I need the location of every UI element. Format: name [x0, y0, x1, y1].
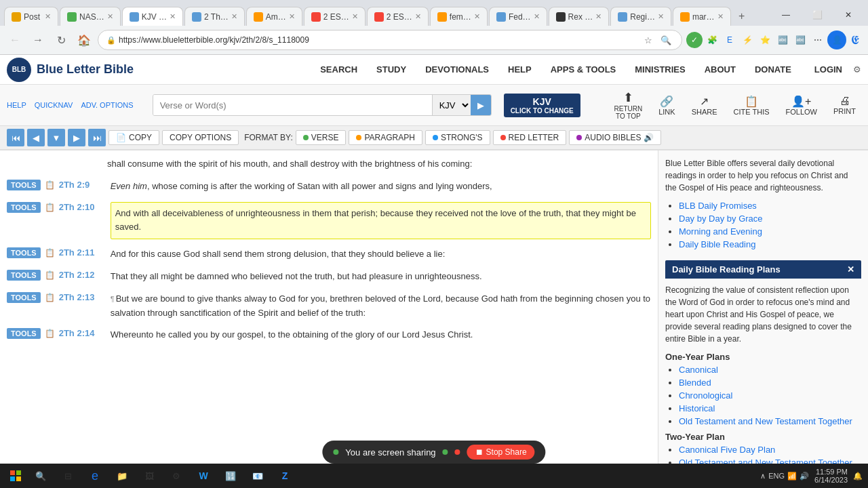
- maximize-button[interactable]: ⬜: [802, 4, 833, 26]
- tab-2es1[interactable]: 2 ES… ✕: [304, 7, 366, 26]
- tab-close-fem[interactable]: ✕: [471, 12, 480, 21]
- tab-close-2es2[interactable]: ✕: [412, 12, 421, 21]
- blb-daily-link[interactable]: BLB Daily Promises: [679, 201, 757, 211]
- verse-ref-2-12[interactable]: 2Th 2:12: [59, 270, 106, 280]
- tab-mar[interactable]: mar… ✕: [673, 7, 731, 26]
- copy-verse-2-14[interactable]: 📋: [45, 329, 55, 338]
- search-icon[interactable]: 🔍: [658, 33, 673, 47]
- ext-more-icon[interactable]: ⋯: [810, 32, 826, 48]
- home-button[interactable]: 🏠: [75, 30, 94, 49]
- tab-close-2th[interactable]: ✕: [229, 12, 237, 21]
- tray-wifi[interactable]: 📶: [787, 472, 797, 481]
- tools-button-2-12[interactable]: TOOLS: [7, 270, 41, 281]
- taskbar-photos[interactable]: 🖼: [137, 464, 161, 488]
- quicknav-label[interactable]: QUICKNAV: [35, 101, 73, 109]
- tools-button-2-9[interactable]: TOOLS: [7, 180, 41, 190]
- ext-icon-5[interactable]: 🔤: [774, 32, 791, 48]
- tray-lang[interactable]: ENG: [768, 472, 785, 480]
- canonical-link[interactable]: Canonical: [679, 365, 718, 375]
- tray-volume[interactable]: 🔊: [800, 472, 809, 481]
- tab-regi[interactable]: Regi… ✕: [610, 7, 671, 26]
- copy-verse-2-13[interactable]: 📋: [45, 293, 55, 302]
- back-button[interactable]: ←: [5, 30, 24, 49]
- paragraph-button[interactable]: PARAGRAPH: [349, 130, 422, 145]
- tab-fem[interactable]: fem… ✕: [430, 7, 488, 26]
- taskbar-zoom[interactable]: Z: [273, 464, 297, 488]
- nav-prev-button[interactable]: ◀: [27, 129, 45, 146]
- verse-ref-2-14[interactable]: 2Th 2:14: [59, 328, 106, 338]
- search-go-button[interactable]: ▶: [471, 95, 491, 115]
- edge-icon[interactable]: 𝕰: [848, 33, 863, 47]
- verse-button[interactable]: VERSE: [296, 130, 347, 145]
- print-button[interactable]: 🖨 PRINT: [828, 94, 861, 117]
- taskbar-file-explorer[interactable]: 📁: [110, 464, 134, 488]
- tools-button-2-11[interactable]: TOOLS: [7, 247, 41, 258]
- adv-options-label[interactable]: ADV. OPTIONS: [81, 101, 133, 109]
- tab-kjv[interactable]: KJV … ✕: [122, 7, 183, 26]
- nav-next-button[interactable]: ▶: [68, 129, 85, 146]
- settings-icon[interactable]: ⚙: [853, 64, 861, 75]
- ext-icon-3[interactable]: ⚡: [739, 32, 755, 48]
- tab-close-fed[interactable]: ✕: [531, 12, 540, 21]
- ext-icon-2[interactable]: E: [722, 32, 738, 48]
- tab-close-post[interactable]: ✕: [42, 12, 51, 21]
- reading-plans-close[interactable]: ✕: [847, 264, 854, 274]
- ext-check-icon[interactable]: ✓: [686, 32, 703, 48]
- tab-nas[interactable]: NAS… ✕: [60, 7, 121, 26]
- new-tab-button[interactable]: +: [732, 7, 751, 26]
- version-select[interactable]: KJV: [432, 95, 471, 115]
- tab-fed[interactable]: Fed… ✕: [489, 7, 547, 26]
- copy-verse-2-12[interactable]: 📋: [45, 270, 55, 280]
- login-button[interactable]: LOGIN: [808, 64, 849, 75]
- tab-2th[interactable]: 2 Th… ✕: [184, 7, 245, 26]
- nav-help[interactable]: HELP: [498, 55, 541, 85]
- tab-close-nas[interactable]: ✕: [104, 12, 113, 21]
- taskbar-search[interactable]: 🔍: [28, 464, 53, 488]
- nav-apps-tools[interactable]: APPS & TOOLS: [541, 55, 626, 85]
- nav-donate[interactable]: DONATE: [745, 55, 801, 85]
- copy-options-button[interactable]: COPY OPTIONS: [162, 130, 239, 145]
- verse-ref-2-11[interactable]: 2Th 2:11: [59, 247, 106, 258]
- tab-close-am[interactable]: ✕: [286, 12, 295, 21]
- ext-icon-6[interactable]: 🔤: [792, 32, 808, 48]
- tab-am[interactable]: Am… ✕: [246, 7, 302, 26]
- help-label[interactable]: HELP: [7, 101, 26, 109]
- copy-verse-2-9[interactable]: 📋: [45, 180, 55, 190]
- ext-icon-4[interactable]: ⭐: [757, 32, 773, 48]
- verse-ref-2-10[interactable]: 2Th 2:10: [59, 202, 106, 212]
- tab-close-2es1[interactable]: ✕: [349, 12, 358, 21]
- nav-search[interactable]: SEARCH: [311, 55, 367, 85]
- nav-down-button[interactable]: ▼: [47, 129, 65, 146]
- verse-ref-2-13[interactable]: 2Th 2:13: [59, 292, 106, 302]
- taskbar-calc[interactable]: 🔢: [218, 464, 243, 488]
- star-icon[interactable]: ☆: [641, 33, 656, 47]
- taskbar-word[interactable]: W: [191, 464, 216, 488]
- nav-devotionals[interactable]: DEVOTIONALS: [416, 55, 498, 85]
- red-letter-button[interactable]: RED LETTER: [493, 130, 567, 145]
- tab-post[interactable]: Post ✕: [4, 7, 58, 26]
- cite-button[interactable]: 📋 CITE THIS: [728, 94, 775, 117]
- day-by-day-link[interactable]: Day by Day by Grace: [679, 214, 763, 224]
- forward-button[interactable]: →: [28, 30, 47, 49]
- canonical-five-link[interactable]: Canonical Five Day Plan: [679, 445, 775, 455]
- copy-verse-2-11[interactable]: 📋: [45, 248, 55, 258]
- tools-button-2-13[interactable]: TOOLS: [7, 292, 41, 303]
- search-input[interactable]: [153, 95, 432, 115]
- start-button[interactable]: [5, 466, 26, 486]
- minimize-button[interactable]: —: [770, 4, 802, 26]
- strongs-button[interactable]: STRONG'S: [425, 130, 490, 145]
- nav-study[interactable]: STUDY: [367, 55, 416, 85]
- tab-2es2[interactable]: 2 ES… ✕: [367, 7, 429, 26]
- link-button[interactable]: 🔗 LINK: [653, 94, 680, 117]
- tray-up-icon[interactable]: ∧: [760, 472, 766, 481]
- daily-bible-link[interactable]: Daily Bible Reading: [679, 239, 755, 249]
- taskbar-settings[interactable]: ⚙: [164, 464, 189, 488]
- tools-button-2-10[interactable]: TOOLS: [7, 202, 41, 213]
- copy-verse-2-10[interactable]: 📋: [45, 203, 55, 212]
- nav-first-button[interactable]: ⏮: [7, 129, 24, 146]
- profile-icon[interactable]: 👤: [827, 30, 846, 49]
- address-box[interactable]: 🔒 https://www.blueletterbible.org/kjv/2t…: [98, 30, 682, 50]
- nav-about[interactable]: ABOUT: [695, 55, 745, 85]
- nav-last-button[interactable]: ⏭: [88, 129, 106, 146]
- tab-close-rex[interactable]: ✕: [593, 12, 601, 21]
